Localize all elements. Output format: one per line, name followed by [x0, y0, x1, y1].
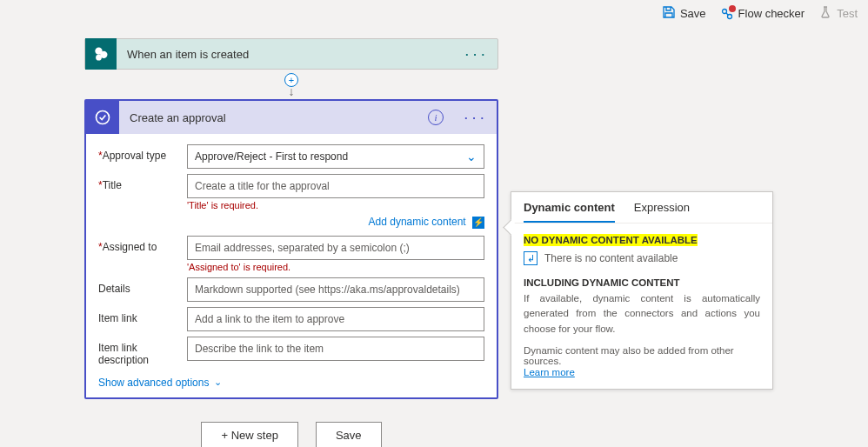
other-sources-text: Dynamic content may also be added from o…: [524, 345, 760, 366]
row-item-link-desc: Item link description Describe the link …: [98, 337, 484, 366]
chevron-down-icon: ⌄: [466, 150, 477, 163]
label-approval-type: *Approval type: [98, 144, 187, 162]
including-heading: INCLUDING DYNAMIC CONTENT: [524, 277, 760, 288]
save-icon: [662, 5, 676, 22]
dynamic-content-flyout: Dynamic content Expression NO DYNAMIC CO…: [511, 191, 773, 390]
info-icon[interactable]: i: [428, 110, 444, 125]
row-assigned-to: *Assigned to Email addresses, separated …: [98, 236, 484, 272]
svg-point-5: [97, 111, 110, 124]
row-approval-type: *Approval type Approve/Reject - First to…: [98, 144, 484, 169]
flow-checker-icon: [720, 7, 734, 21]
trigger-menu-button[interactable]: · · ·: [453, 48, 497, 61]
trigger-title: When an item is created: [117, 48, 453, 61]
approval-type-select[interactable]: Approve/Reject - First to respond ⌄: [187, 144, 484, 169]
assigned-to-input[interactable]: Email addresses, separated by a semicolo…: [187, 236, 484, 260]
new-step-button[interactable]: + New step: [201, 422, 297, 447]
flow-checker-label: Flow checker: [738, 7, 805, 20]
details-input[interactable]: Markdown supported (see https://aka.ms/a…: [187, 277, 484, 302]
label-item-link: Item link: [98, 307, 187, 324]
save-label: Save: [680, 7, 706, 20]
advanced-label: Show advanced options: [98, 377, 209, 389]
label-details: Details: [98, 277, 187, 295]
no-content-heading: NO DYNAMIC CONTENT AVAILABLE: [524, 234, 698, 246]
title-input[interactable]: Create a title for the approval: [187, 174, 484, 198]
svg-point-4: [96, 55, 102, 61]
action-form: *Approval type Approve/Reject - First to…: [86, 134, 497, 397]
save-flow-button[interactable]: Save: [316, 422, 382, 447]
dynamic-token-icon: ↲: [524, 251, 537, 265]
dynamic-badge-icon[interactable]: ⚡: [472, 217, 484, 229]
approval-icon: [86, 101, 119, 134]
learn-more-link[interactable]: Learn more: [524, 367, 575, 377]
flow-canvas: When an item is created · · · + ↓ Create…: [84, 38, 498, 447]
svg-point-1: [727, 14, 731, 18]
test-button: Test: [818, 5, 858, 22]
title-error: 'Title' is required.: [187, 200, 484, 210]
svg-point-0: [722, 9, 726, 13]
flyout-body: NO DYNAMIC CONTENT AVAILABLE ↲ There is …: [511, 224, 772, 389]
action-card: Create an approval i · · · *Approval typ…: [84, 99, 498, 399]
row-details: Details Markdown supported (see https://…: [98, 277, 484, 302]
item-link-desc-input[interactable]: Describe the link to the item: [187, 337, 484, 361]
flask-icon: [818, 5, 832, 22]
error-badge-dot: [729, 5, 736, 12]
show-advanced-link[interactable]: Show advanced options ⌄: [98, 377, 222, 389]
add-dynamic-row: Add dynamic content ⚡: [98, 216, 484, 229]
top-toolbar: Save Flow checker Test: [662, 5, 858, 22]
footer-buttons: + New step Save: [84, 422, 498, 447]
tab-dynamic-content[interactable]: Dynamic content: [524, 201, 615, 223]
action-header[interactable]: Create an approval i · · ·: [86, 101, 497, 134]
no-content-msg: There is no content available: [544, 252, 678, 264]
item-link-input[interactable]: Add a link to the item to approve: [187, 307, 484, 331]
action-title: Create an approval: [119, 111, 428, 124]
label-assigned-to: *Assigned to: [98, 236, 187, 253]
save-button[interactable]: Save: [662, 5, 706, 22]
tab-expression[interactable]: Expression: [634, 201, 690, 223]
flow-checker-button[interactable]: Flow checker: [720, 7, 805, 21]
connector: + ↓: [84, 70, 498, 99]
label-title: *Title: [98, 174, 187, 191]
arrow-down-icon: ↓: [289, 85, 295, 97]
flyout-tabs: Dynamic content Expression: [511, 192, 772, 224]
test-label: Test: [837, 7, 858, 20]
row-title: *Title Create a title for the approval '…: [98, 174, 484, 210]
label-item-link-desc: Item link description: [98, 337, 187, 366]
chevron-down-icon: ⌄: [214, 377, 222, 388]
including-text: If available, dynamic content is automat…: [524, 291, 760, 337]
trigger-card[interactable]: When an item is created · · ·: [84, 38, 498, 70]
no-content-row: ↲ There is no content available: [524, 251, 760, 265]
action-menu-button[interactable]: · · ·: [452, 111, 497, 124]
add-dynamic-link[interactable]: Add dynamic content: [369, 216, 466, 228]
approval-type-value: Approve/Reject - First to respond: [195, 150, 348, 163]
sharepoint-icon: [85, 38, 117, 70]
assigned-to-error: 'Assigned to' is required.: [187, 262, 484, 272]
row-item-link: Item link Add a link to the item to appr…: [98, 307, 484, 331]
